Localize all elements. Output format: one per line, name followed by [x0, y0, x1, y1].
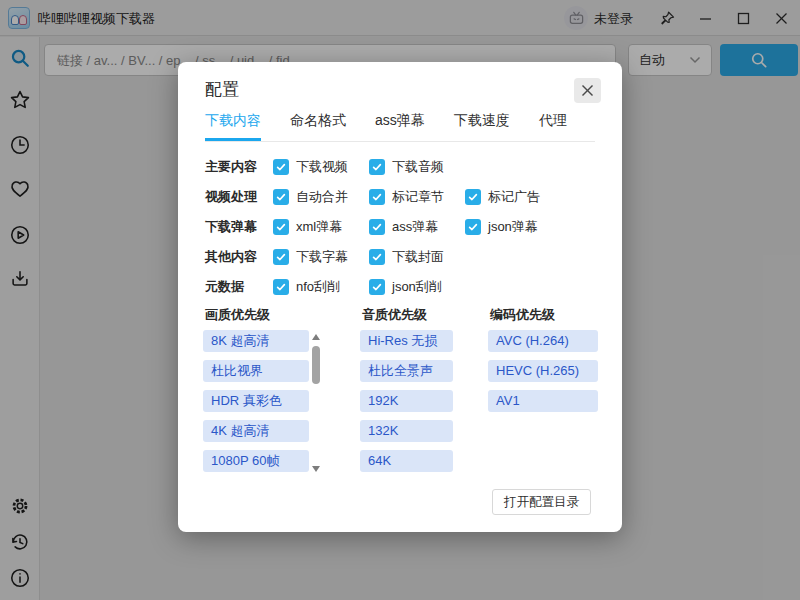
option-xml弹幕: xml弹幕 [273, 218, 369, 236]
tab-下载速度[interactable]: 下载速度 [454, 112, 510, 141]
checkbox[interactable] [273, 189, 289, 205]
check-icon [275, 281, 287, 293]
option-下载封面: 下载封面 [369, 248, 444, 266]
checkbox[interactable] [465, 219, 481, 235]
priority-item[interactable]: 132K [360, 420, 453, 442]
config-row: 下载弹幕xml弹幕ass弹幕json弹幕 [205, 212, 595, 242]
check-icon [275, 221, 287, 233]
row-label: 下载弹幕 [205, 218, 273, 236]
checkbox[interactable] [369, 249, 385, 265]
option-下载音频: 下载音频 [369, 158, 444, 176]
option-下载字幕: 下载字幕 [273, 248, 369, 266]
config-row: 主要内容下载视频下载音频 [205, 152, 595, 182]
option-label: nfo刮削 [296, 278, 340, 296]
priority-item[interactable]: HDR 真彩色 [203, 390, 309, 412]
option-label: json刮削 [392, 278, 442, 296]
row-label: 其他内容 [205, 248, 273, 266]
option-label: 下载封面 [392, 248, 444, 266]
config-row: 视频处理自动合并标记章节标记广告 [205, 182, 595, 212]
checkbox[interactable] [369, 189, 385, 205]
option-label: 下载视频 [296, 158, 348, 176]
scrollbar[interactable] [311, 332, 321, 474]
checkbox[interactable] [273, 249, 289, 265]
option-json刮削: json刮削 [369, 278, 442, 296]
row-label: 元数据 [205, 278, 273, 296]
checkbox[interactable] [273, 159, 289, 175]
option-标记章节: 标记章节 [369, 188, 465, 206]
option-自动合并: 自动合并 [273, 188, 369, 206]
config-row: 元数据nfo刮削json刮削 [205, 272, 595, 302]
tab-命名格式[interactable]: 命名格式 [290, 112, 346, 141]
option-json弹幕: json弹幕 [465, 218, 538, 236]
option-label: 下载音频 [392, 158, 444, 176]
config-rows: 主要内容下载视频下载音频视频处理自动合并标记章节标记广告下载弹幕xml弹幕ass… [205, 152, 595, 302]
priority-list-画质优先级: 画质优先级8K 超高清杜比视界HDR 真彩色4K 超高清1080P 60帧 [203, 306, 353, 480]
priority-item[interactable]: 1080P 60帧 [203, 450, 309, 472]
priority-list-title: 编码优先级 [490, 306, 600, 330]
option-label: 标记广告 [488, 188, 540, 206]
tab-ass弹幕[interactable]: ass弹幕 [375, 112, 425, 141]
checkbox[interactable] [369, 219, 385, 235]
option-下载视频: 下载视频 [273, 158, 369, 176]
dialog-tabbar: 下载内容命名格式ass弹幕下载速度代理 [205, 112, 595, 142]
check-icon [371, 221, 383, 233]
scrollbar-thumb[interactable] [312, 346, 320, 384]
priority-item[interactable]: AV1 [488, 390, 598, 412]
priority-item[interactable]: 杜比全景声 [360, 360, 453, 382]
check-icon [467, 191, 479, 203]
close-icon [581, 84, 594, 97]
checkbox[interactable] [369, 279, 385, 295]
open-config-dir-button[interactable]: 打开配置目录 [492, 489, 591, 515]
priority-list-title: 音质优先级 [362, 306, 487, 330]
option-ass弹幕: ass弹幕 [369, 218, 465, 236]
option-label: 下载字幕 [296, 248, 348, 266]
dialog-close-button[interactable] [574, 78, 601, 103]
option-label: xml弹幕 [296, 218, 342, 236]
tab-下载内容[interactable]: 下载内容 [205, 112, 261, 141]
priority-item[interactable]: AVC (H.264) [488, 330, 598, 352]
check-icon [467, 221, 479, 233]
checkbox[interactable] [369, 159, 385, 175]
option-label: ass弹幕 [392, 218, 438, 236]
app-window: 哔哩哔哩视频下载器 未登录 自动 [0, 0, 800, 600]
priority-item[interactable]: 4K 超高清 [203, 420, 309, 442]
row-label: 视频处理 [205, 188, 273, 206]
option-label: 自动合并 [296, 188, 348, 206]
check-icon [275, 251, 287, 263]
check-icon [371, 191, 383, 203]
check-icon [275, 191, 287, 203]
checkbox[interactable] [273, 279, 289, 295]
row-label: 主要内容 [205, 158, 273, 176]
priority-item[interactable]: 64K [360, 450, 453, 472]
priority-list-编码优先级: 编码优先级AVC (H.264)HEVC (H.265)AV1 [488, 306, 600, 420]
priority-list-音质优先级: 音质优先级Hi-Res 无损杜比全景声192K132K64K [360, 306, 487, 480]
check-icon [371, 281, 383, 293]
priority-item[interactable]: Hi-Res 无损 [360, 330, 453, 352]
config-dialog: 配置 下载内容命名格式ass弹幕下载速度代理 主要内容下载视频下载音频视频处理自… [178, 62, 622, 532]
priority-list-title: 画质优先级 [205, 306, 353, 330]
check-icon [275, 161, 287, 173]
check-icon [371, 161, 383, 173]
scroll-down-icon[interactable] [312, 466, 320, 472]
scroll-up-icon[interactable] [312, 334, 320, 340]
checkbox[interactable] [465, 189, 481, 205]
config-row: 其他内容下载字幕下载封面 [205, 242, 595, 272]
option-label: 标记章节 [392, 188, 444, 206]
option-label: json弹幕 [488, 218, 538, 236]
checkbox[interactable] [273, 219, 289, 235]
option-nfo刮削: nfo刮削 [273, 278, 369, 296]
priority-item[interactable]: 杜比视界 [203, 360, 309, 382]
priority-item[interactable]: 8K 超高清 [203, 330, 309, 352]
priority-item[interactable]: HEVC (H.265) [488, 360, 598, 382]
priority-item[interactable]: 192K [360, 390, 453, 412]
dialog-title: 配置 [205, 78, 239, 101]
check-icon [371, 251, 383, 263]
tab-代理[interactable]: 代理 [539, 112, 567, 141]
option-标记广告: 标记广告 [465, 188, 540, 206]
